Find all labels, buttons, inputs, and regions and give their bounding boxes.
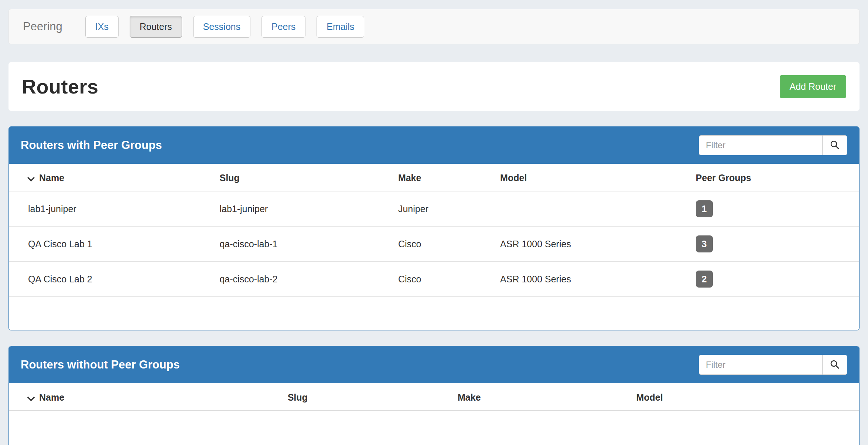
column-header-model[interactable]: Model — [629, 383, 859, 411]
column-header-slug[interactable]: Slug — [281, 383, 451, 411]
filter-group — [699, 355, 847, 375]
search-button[interactable] — [822, 135, 847, 155]
column-header-make[interactable]: Make — [392, 164, 493, 191]
panel-heading: Routers without Peer Groups — [9, 346, 859, 383]
panel-routers-with-peer-groups: Routers with Peer Groups — [8, 126, 860, 330]
cell-make: Cisco — [392, 262, 493, 297]
routers-without-peer-groups-table: Name Slug Make Model — [9, 383, 859, 411]
cell-slug: lab1-juniper — [213, 191, 391, 227]
brand[interactable]: Peering — [23, 20, 62, 33]
filter-input[interactable] — [699, 135, 822, 155]
cell-slug: qa-cisco-lab-1 — [213, 227, 391, 262]
page-header: Routers Add Router — [8, 62, 860, 111]
table-row: lab1-juniper lab1-juniper Juniper 1 — [9, 191, 859, 227]
cell-peer-groups: 1 — [689, 191, 859, 227]
column-header-name[interactable]: Name — [9, 383, 281, 411]
column-header-make[interactable]: Make — [451, 383, 629, 411]
navbar: Peering IXs Routers Sessions Peers Email… — [8, 9, 860, 44]
search-icon — [830, 140, 840, 151]
cell-peer-groups: 3 — [689, 227, 859, 262]
nav-button-sessions[interactable]: Sessions — [193, 16, 250, 38]
column-header-peer-groups[interactable]: Peer Groups — [689, 164, 859, 191]
nav-button-emails[interactable]: Emails — [317, 16, 364, 38]
column-header-model[interactable]: Model — [493, 164, 689, 191]
column-header-slug[interactable]: Slug — [213, 164, 391, 191]
add-router-button[interactable]: Add Router — [780, 75, 846, 98]
filter-group — [699, 135, 847, 155]
panel-title: Routers with Peer Groups — [21, 139, 162, 152]
panel-body: Name Slug Make Model — [9, 383, 859, 445]
panel-heading: Routers with Peer Groups — [9, 127, 859, 164]
cell-name: lab1-juniper — [9, 191, 213, 227]
cell-name: QA Cisco Lab 1 — [9, 227, 213, 262]
panel-routers-without-peer-groups: Routers without Peer Groups — [8, 346, 860, 445]
table-header-row: Name Slug Make Model — [9, 383, 859, 411]
filter-input[interactable] — [699, 355, 822, 375]
peer-group-count-badge: 1 — [696, 200, 713, 217]
nav-button-peers[interactable]: Peers — [262, 16, 305, 38]
cell-model: ASR 1000 Series — [493, 227, 689, 262]
chevron-down-icon — [27, 173, 35, 184]
cell-model: ASR 1000 Series — [493, 262, 689, 297]
cell-peer-groups: 2 — [689, 262, 859, 297]
peer-group-count-badge: 2 — [696, 271, 713, 288]
cell-slug: qa-cisco-lab-2 — [213, 262, 391, 297]
search-button[interactable] — [822, 355, 847, 375]
cell-model — [493, 191, 689, 227]
chevron-down-icon — [27, 393, 35, 404]
nav-button-ixs[interactable]: IXs — [85, 16, 119, 38]
routers-with-peer-groups-table: Name Slug Make Model Peer Groups lab1-ju… — [9, 164, 859, 297]
cell-make: Juniper — [392, 191, 493, 227]
page-title: Routers — [22, 75, 99, 98]
table-row: QA Cisco Lab 1 qa-cisco-lab-1 Cisco ASR … — [9, 227, 859, 262]
table-header-row: Name Slug Make Model Peer Groups — [9, 164, 859, 191]
search-icon — [830, 359, 840, 371]
nav-button-routers[interactable]: Routers — [130, 16, 182, 38]
cell-make: Cisco — [392, 227, 493, 262]
cell-name: QA Cisco Lab 2 — [9, 262, 213, 297]
column-header-name[interactable]: Name — [9, 164, 213, 191]
panel-title: Routers without Peer Groups — [21, 358, 180, 371]
panel-body: Name Slug Make Model Peer Groups lab1-ju… — [9, 164, 859, 330]
page: Peering IXs Routers Sessions Peers Email… — [0, 0, 868, 445]
table-row: QA Cisco Lab 2 qa-cisco-lab-2 Cisco ASR … — [9, 262, 859, 297]
peer-group-count-badge: 3 — [696, 235, 713, 252]
